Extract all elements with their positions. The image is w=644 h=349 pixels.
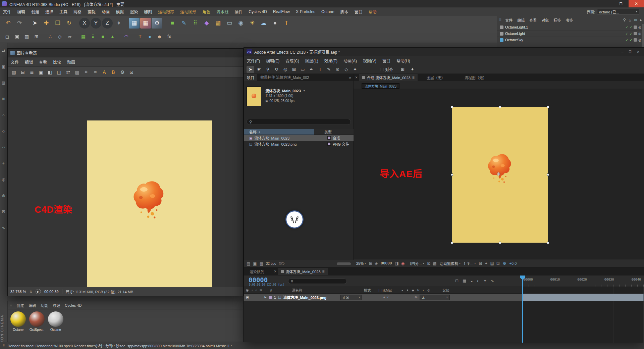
view-layout-dropdown[interactable]: 1 个...▾ bbox=[464, 261, 476, 266]
playhead-line[interactable] bbox=[522, 276, 523, 343]
timeline-timecode[interactable]: 00000 bbox=[249, 276, 268, 284]
object-item[interactable]: OctaneLight.1 ✓ ✓ ◎ bbox=[497, 24, 644, 31]
c4d-menu-item[interactable]: 运动图形 bbox=[177, 7, 199, 16]
separator[interactable] bbox=[118, 32, 121, 41]
om-grid-icon[interactable]: ⊞ bbox=[634, 18, 637, 22]
add-cube-button[interactable]: ■ bbox=[167, 18, 178, 29]
c4d-menu-item[interactable]: Octane bbox=[318, 7, 337, 16]
visibility-toggle-icon[interactable]: ◎ bbox=[638, 32, 641, 36]
histogram-button[interactable]: ▥ bbox=[73, 68, 81, 76]
ae-menu-item[interactable]: 文件(F) bbox=[244, 56, 263, 65]
c4d-menu-item[interactable]: 窗口 bbox=[352, 7, 366, 16]
material-button[interactable]: ● bbox=[270, 18, 280, 29]
selection-handle[interactable] bbox=[547, 106, 549, 108]
c4d-menu-item[interactable]: 选择 bbox=[42, 7, 56, 16]
c4d-menu-item[interactable]: 帮助 bbox=[366, 7, 380, 16]
time-ruler[interactable]: 0000000010000200003000040 bbox=[523, 276, 644, 287]
hide-shy-button[interactable]: ◒ bbox=[470, 279, 473, 283]
c4d-menu-item[interactable]: 渲染 bbox=[127, 7, 141, 16]
tab-layer-viewer[interactable]: 图层（无） bbox=[424, 74, 448, 81]
separator[interactable] bbox=[131, 32, 135, 41]
edges-mode-side-button[interactable]: ◇ bbox=[1, 128, 7, 134]
pv-canvas[interactable]: C4D渲染 bbox=[8, 78, 243, 287]
layer-chip[interactable] bbox=[634, 38, 637, 42]
object-manager-menu-item[interactable]: 标签 bbox=[551, 16, 563, 24]
col-trkmat[interactable]: T TrkMat bbox=[378, 288, 392, 292]
col-parent[interactable]: 父级 bbox=[442, 288, 449, 293]
brush-tool[interactable]: ✎ bbox=[325, 66, 333, 73]
c4d-menu-item[interactable]: 捕捉 bbox=[85, 7, 99, 16]
comp-viewer[interactable]: ⊕ 导入AE后 bbox=[354, 89, 644, 259]
layer-name[interactable]: 流体方块_Main_0023.png bbox=[283, 295, 326, 300]
ae-menu-item[interactable]: 编辑(E) bbox=[263, 56, 282, 65]
interpret-footage-button[interactable]: ▤ bbox=[247, 261, 250, 266]
mask-visibility-button[interactable]: ◈ bbox=[375, 261, 378, 266]
om-home-icon[interactable]: ⌂ bbox=[629, 18, 631, 22]
y-axis-lock[interactable]: Y bbox=[91, 18, 101, 29]
camera-view-dropdown[interactable]: 活动摄像机▾ bbox=[440, 261, 461, 266]
enable-check-icon[interactable]: ✓ bbox=[630, 32, 632, 36]
light-button[interactable]: ☀ bbox=[247, 18, 258, 29]
x-axis-lock[interactable]: X bbox=[79, 18, 90, 29]
fast-preview-button[interactable]: ✦ bbox=[484, 261, 488, 266]
text-tool-button[interactable]: T bbox=[281, 18, 292, 29]
separator[interactable] bbox=[75, 18, 78, 29]
points-mode-side-button[interactable]: ∴ bbox=[1, 112, 7, 118]
separator[interactable] bbox=[163, 18, 166, 29]
project-scrollbar[interactable] bbox=[337, 262, 351, 265]
tab-timeline-comp[interactable]: 流体方块_Main_0023 ≡ bbox=[278, 268, 328, 275]
cube-generator-button[interactable]: ■ bbox=[98, 32, 107, 41]
spline-snap-button[interactable]: ∿ bbox=[1, 225, 7, 231]
pen-tool[interactable]: ✒ bbox=[308, 66, 315, 73]
object-manager-menu-item[interactable]: 书签 bbox=[563, 16, 575, 24]
redo-button[interactable]: ↷ bbox=[14, 18, 25, 29]
enable-check-icon[interactable]: ✓ bbox=[630, 38, 632, 42]
tab-render-queue[interactable]: 渲染队列 bbox=[247, 268, 267, 275]
save-image-button[interactable]: ⊟ bbox=[19, 68, 27, 76]
comp-mini-flow-button[interactable]: ⊡ bbox=[455, 279, 459, 283]
close-button[interactable]: ✕ bbox=[637, 50, 640, 54]
ae-menu-item[interactable]: 帮助(H) bbox=[393, 56, 413, 65]
new-composition-button[interactable]: ▦ bbox=[260, 261, 263, 266]
selection-handle[interactable] bbox=[451, 242, 453, 244]
make-editable-button[interactable]: ◻ bbox=[3, 32, 12, 41]
minimize-button[interactable]: – bbox=[621, 50, 623, 54]
rotate-tool[interactable]: ↻ bbox=[273, 66, 280, 73]
spline-text-button[interactable]: T bbox=[136, 32, 145, 41]
exposure-gear-icon[interactable]: ⚙ bbox=[503, 261, 506, 266]
render-picture-viewer-button[interactable]: ▦ bbox=[140, 18, 151, 29]
c4d-menu-item[interactable]: 脚本 bbox=[337, 7, 352, 16]
workplane-button[interactable]: ⊞ bbox=[32, 32, 41, 41]
graph-editor-button[interactable]: ∿ bbox=[491, 279, 494, 283]
tab-close-icon[interactable]: × bbox=[273, 269, 278, 274]
model-mode-side-button[interactable]: ▣ bbox=[1, 64, 7, 70]
sphere-generator-button[interactable]: ● bbox=[145, 32, 154, 41]
c4d-menu-item[interactable]: 角色 bbox=[199, 7, 213, 16]
anchor-point-icon[interactable]: ⊕ bbox=[496, 171, 501, 176]
ae-menu-item[interactable]: 窗口 bbox=[379, 56, 393, 65]
c4d-menu-item[interactable]: 雕刻 bbox=[141, 7, 155, 16]
col-source[interactable]: 源名称 bbox=[292, 288, 303, 293]
tab-composition[interactable]: 合成 流体方块_Main_0023 ≡ bbox=[359, 74, 418, 81]
timeline-button[interactable]: ▤ bbox=[490, 261, 494, 266]
enable-check-icon[interactable]: ✓ bbox=[625, 26, 628, 29]
new-folder-button[interactable]: ▣ bbox=[253, 261, 257, 266]
resolution-dropdown[interactable]: （四分...▾ bbox=[408, 261, 424, 266]
image-list-button[interactable]: ≣ bbox=[28, 68, 36, 76]
twirl-icon[interactable]: ▶ bbox=[265, 296, 267, 299]
rotate-tool[interactable]: ↻ bbox=[64, 18, 74, 29]
enable-check-icon[interactable]: ✓ bbox=[625, 38, 628, 42]
navigator-button[interactable]: ⌗ bbox=[82, 68, 90, 76]
snapshot-button[interactable]: ◨ bbox=[395, 261, 398, 266]
selection-tool[interactable]: ➤ bbox=[247, 66, 254, 73]
layer-parent-dropdown[interactable]: 无 ▾ bbox=[420, 295, 450, 300]
workplane-lock-button[interactable]: ⊠ bbox=[1, 209, 7, 215]
workspace-icon[interactable]: ⊞ bbox=[399, 66, 407, 73]
object-manager-menu-item[interactable]: 查看 bbox=[527, 16, 539, 24]
model-mode-button[interactable]: ▣ bbox=[12, 32, 21, 41]
info-button[interactable]: ≡ bbox=[91, 68, 99, 76]
panel-grip-icon[interactable]: ⠿ bbox=[10, 303, 12, 307]
object-item[interactable]: OctaneSky ✓ ✓ ◎ bbox=[497, 37, 644, 43]
ae-menu-item[interactable]: 图层(L) bbox=[302, 56, 321, 65]
zoom-tool[interactable]: ⚲ bbox=[264, 66, 272, 73]
